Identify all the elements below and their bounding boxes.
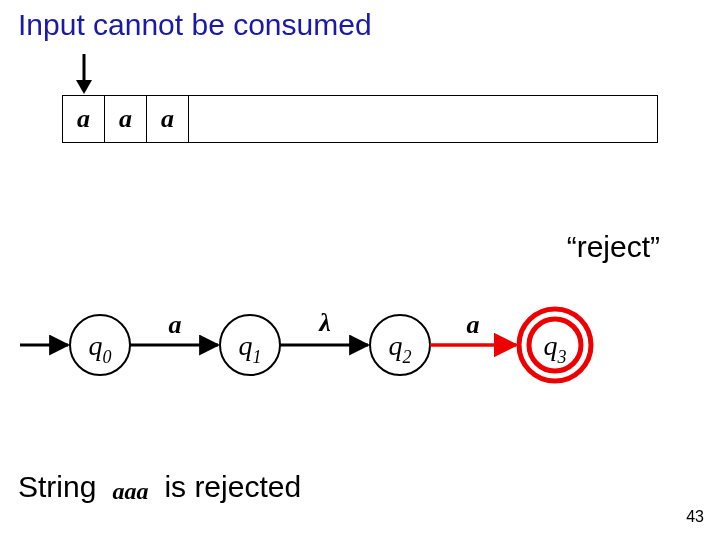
state-name: q	[239, 330, 253, 361]
state-sub: 1	[253, 347, 262, 367]
state-q1: q1	[220, 315, 280, 375]
state-q0: q0	[70, 315, 130, 375]
tape-head-arrow	[72, 52, 96, 96]
reject-label: “reject”	[567, 230, 660, 264]
state-name: q	[389, 330, 403, 361]
page-number: 43	[686, 508, 704, 526]
input-tape: a a a	[62, 95, 658, 143]
tape-cell: a	[63, 96, 105, 142]
state-sub: 3	[557, 347, 567, 367]
tape-cell: a	[147, 96, 189, 142]
state-name: q	[89, 330, 103, 361]
state-name: q	[544, 330, 558, 361]
footer-text: String aaa is rejected	[18, 470, 301, 504]
footer-string: aaa	[106, 478, 154, 505]
footer-right: is rejected	[164, 470, 301, 504]
tape-cell: a	[105, 96, 147, 142]
state-q2: q2	[370, 315, 430, 375]
state-q3: q3	[519, 309, 591, 381]
transition-label: a	[467, 310, 480, 339]
transition-label: a	[169, 310, 182, 339]
automaton-diagram: q0 a q1 λ q2 a q3	[10, 285, 710, 405]
slide-title: Input cannot be consumed	[18, 8, 372, 42]
svg-marker-1	[76, 80, 92, 94]
state-sub: 0	[103, 347, 112, 367]
tape-cell-blank	[189, 96, 657, 142]
state-sub: 2	[403, 347, 412, 367]
footer-left: String	[18, 470, 96, 504]
transition-label: λ	[318, 308, 331, 337]
